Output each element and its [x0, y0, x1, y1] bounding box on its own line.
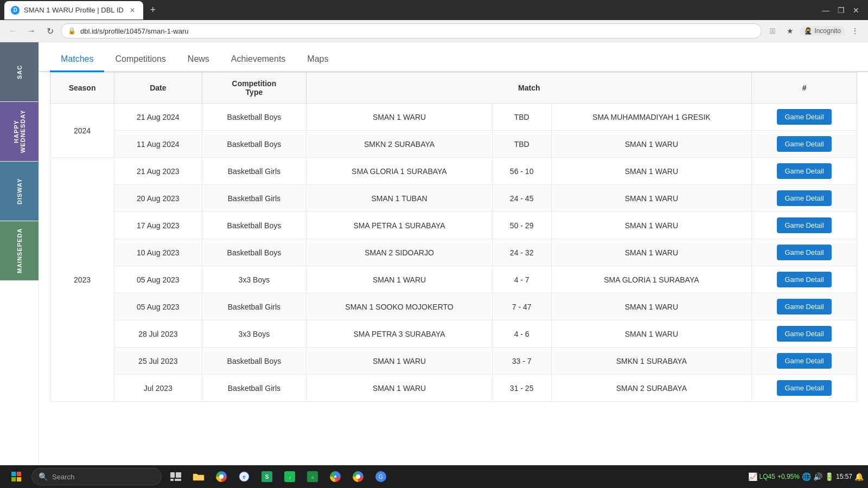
game-detail-btn[interactable]: Game Detail: [777, 272, 831, 287]
left-sidebar: SAC HAPPY WEDNESDAY DISWAY MAINSEPEDA: [0, 42, 39, 476]
window-controls: — ❐ ✕: [818, 3, 864, 18]
game-detail-btn[interactable]: Game Detail: [777, 299, 831, 314]
tab-maps[interactable]: Maps: [296, 48, 339, 72]
table-row: 28 Jul 20233x3 BoysSMA PETRA 3 SURABAYA4…: [50, 320, 857, 348]
lq-indicator: LQ45: [760, 473, 775, 480]
team1-cell: SMAN 1 WARU: [307, 375, 492, 402]
browser-btn[interactable]: [210, 466, 232, 487]
game-detail-cell: Game Detail: [752, 266, 857, 293]
chrome-btn[interactable]: [324, 466, 346, 487]
taskview-btn[interactable]: [165, 466, 187, 487]
browser-tab-active[interactable]: D SMAN 1 WARU Profile | DBL ID ✕: [4, 1, 143, 20]
team2-cell: SMAN 1 WARU: [551, 185, 752, 212]
network-icon[interactable]: 🌐: [802, 472, 811, 481]
taskbar-search[interactable]: 🔍 Search: [31, 468, 162, 485]
team1-cell: SMAN 1 WARU: [307, 104, 492, 131]
team1-cell: SMAN 1 SOOKO MOJOKERTO: [307, 293, 492, 320]
taskbar: 🔍 Search e S ♪ ♫: [0, 465, 868, 488]
game-detail-btn[interactable]: Game Detail: [777, 217, 831, 233]
tab-achievements[interactable]: Achievements: [220, 48, 297, 72]
sidebar-tab-happy[interactable]: HAPPY WEDNESDAY: [0, 102, 39, 162]
svg-rect-5: [176, 472, 181, 478]
table-row: 10 Aug 2023Basketball BoysSMAN 2 SIDOARJ…: [50, 239, 857, 266]
sys-tray: 📈 LQ45 +0,95% 🌐 🔊 🔋 15:57 🔔: [748, 472, 864, 481]
score-cell: TBD: [492, 104, 551, 131]
tab-close-btn[interactable]: ✕: [128, 6, 137, 15]
game-detail-btn[interactable]: Game Detail: [777, 190, 831, 206]
page-layout: SAC HAPPY WEDNESDAY DISWAY MAINSEPEDA Ma…: [0, 42, 868, 476]
address-bar[interactable]: 🔒 dbl.id/s/profile/10457/sman-1-waru: [61, 23, 762, 38]
file-explorer-btn[interactable]: [188, 466, 209, 487]
game-detail-btn[interactable]: Game Detail: [777, 136, 831, 152]
svg-rect-6: [170, 479, 174, 481]
browser-nav-bar: ← → ↻ 🔒 dbl.id/s/profile/10457/sman-1-wa…: [0, 20, 868, 42]
svg-text:♫: ♫: [311, 475, 314, 480]
change-indicator: +0,95%: [777, 473, 800, 480]
search-placeholder: Search: [52, 473, 74, 481]
minimize-btn[interactable]: —: [818, 3, 833, 18]
chrome2-btn[interactable]: [347, 466, 369, 487]
team2-cell: SMAN 1 WARU: [551, 131, 752, 158]
chart-icon[interactable]: 📈: [748, 472, 757, 481]
team1-cell: SMKN 2 SURABAYA: [307, 131, 492, 158]
tab-title: SMAN 1 WARU Profile | DBL ID: [24, 6, 124, 14]
battery-icon[interactable]: 🔋: [825, 472, 834, 481]
col-hash: #: [752, 73, 857, 104]
app4-btn[interactable]: ♫: [302, 466, 323, 487]
game-detail-cell: Game Detail: [752, 320, 857, 348]
browser-tab-bar: D SMAN 1 WARU Profile | DBL ID ✕ + — ❐ ✕: [0, 0, 868, 20]
maximize-btn[interactable]: ❐: [833, 3, 848, 18]
notification-icon[interactable]: 🔔: [854, 472, 864, 481]
app2-btn[interactable]: S: [256, 466, 278, 487]
team1-cell: SMA PETRA 3 SURABAYA: [307, 320, 492, 348]
svg-text:e: e: [242, 474, 246, 480]
app1-btn[interactable]: e: [233, 466, 255, 487]
url-text: dbl.id/s/profile/10457/sman-1-waru: [80, 27, 755, 35]
menu-icon[interactable]: ⋮: [847, 23, 863, 38]
close-btn[interactable]: ✕: [848, 3, 864, 18]
game-detail-cell: Game Detail: [752, 158, 857, 185]
game-detail-btn[interactable]: Game Detail: [777, 380, 831, 396]
bookmark-icon[interactable]: ★: [782, 23, 797, 38]
svg-rect-3: [17, 477, 21, 481]
date-cell: 25 Jul 2023: [114, 348, 202, 375]
chrome3-btn[interactable]: G: [370, 466, 392, 487]
sidebar-tab-disway-label: DISWAY: [0, 162, 39, 221]
date-cell: 17 Aug 2023: [114, 212, 202, 239]
tabs-nav: Matches Competitions News Achievements M…: [39, 48, 868, 72]
score-cell: 24 - 32: [492, 239, 551, 266]
new-tab-btn[interactable]: +: [145, 3, 161, 18]
sidebar-tab-mainsepeda[interactable]: MAINSEPEDA: [0, 221, 39, 281]
reload-btn[interactable]: ↻: [42, 23, 58, 38]
game-detail-btn[interactable]: Game Detail: [777, 326, 831, 342]
svg-rect-7: [175, 479, 181, 481]
back-btn[interactable]: ←: [5, 23, 21, 38]
forward-btn[interactable]: →: [24, 23, 39, 38]
game-detail-cell: Game Detail: [752, 348, 857, 375]
game-detail-btn[interactable]: Game Detail: [777, 163, 831, 179]
comp-type-cell: Basketball Boys: [202, 239, 307, 266]
date-cell: 21 Aug 2024: [114, 104, 202, 131]
tab-matches[interactable]: Matches: [50, 48, 104, 72]
game-detail-btn[interactable]: Game Detail: [777, 245, 831, 260]
team2-cell: SMA MUHAMMADIYAH 1 GRESIK: [551, 104, 752, 131]
start-btn[interactable]: [4, 467, 28, 486]
sidebar-tab-sac[interactable]: SAC: [0, 42, 39, 102]
comp-type-cell: Basketball Girls: [202, 375, 307, 402]
incognito-badge: 🥷 Incognito: [800, 26, 845, 36]
sidebar-tab-happy-label: HAPPY WEDNESDAY: [0, 102, 39, 161]
eye-slash-icon[interactable]: 👁̸: [765, 23, 780, 38]
game-detail-cell: Game Detail: [752, 239, 857, 266]
season-cell: 2023: [50, 158, 114, 402]
sidebar-tab-disway[interactable]: DISWAY: [0, 162, 39, 221]
game-detail-cell: Game Detail: [752, 104, 857, 131]
team2-cell: SMAN 1 WARU: [551, 293, 752, 320]
tab-competitions[interactable]: Competitions: [104, 48, 176, 72]
tab-news[interactable]: News: [177, 48, 220, 72]
comp-type-cell: Basketball Boys: [202, 348, 307, 375]
app3-btn[interactable]: ♪: [279, 466, 301, 487]
game-detail-btn[interactable]: Game Detail: [777, 353, 831, 369]
game-detail-btn[interactable]: Game Detail: [777, 109, 831, 125]
team2-cell: SMAN 1 WARU: [551, 239, 752, 266]
sound-icon[interactable]: 🔊: [813, 472, 822, 481]
